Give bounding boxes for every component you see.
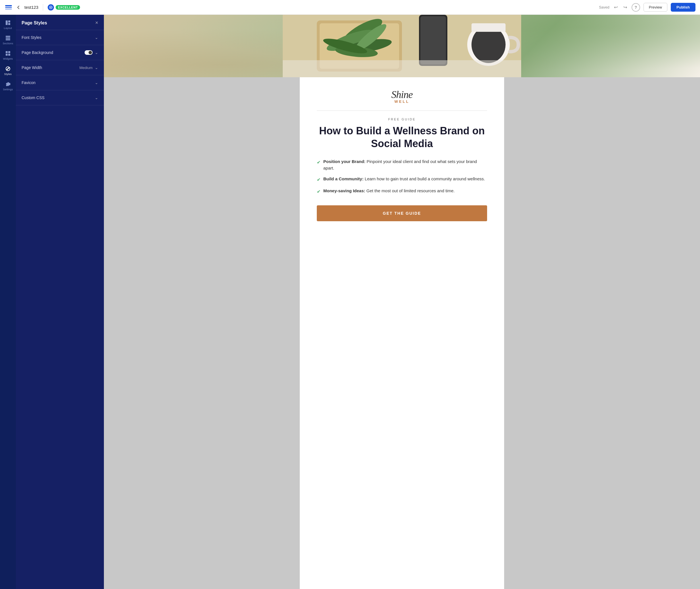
svg-rect-13 <box>6 54 8 56</box>
check-icon-3: ✔ <box>317 188 321 195</box>
favicon-right: ⌄ <box>95 80 98 85</box>
sidebar-item-settings[interactable]: Settings <box>0 78 16 94</box>
side-panel: Page Styles × Font Styles ⌄ Page Backgro… <box>16 15 104 589</box>
checklist-item-1-text: Position your Brand: Pinpoint your ideal… <box>323 159 487 171</box>
page-background-right: ⌄ <box>85 50 98 55</box>
checklist-item-2: ✔ Build a Community: Learn how to gain t… <box>317 176 487 183</box>
page-width-label: Page Width <box>22 65 42 70</box>
publish-button[interactable]: Publish <box>671 3 695 12</box>
svg-rect-29 <box>283 60 521 77</box>
font-styles-row[interactable]: Font Styles ⌄ <box>16 30 104 45</box>
undo-button[interactable]: ↩ <box>613 3 619 11</box>
page-width-value: Medium <box>79 65 92 70</box>
check-icon-1: ✔ <box>317 159 321 166</box>
checklist-item-2-text: Build a Community: Learn how to gain tru… <box>323 176 485 182</box>
favicon-label: Favicon <box>22 80 35 85</box>
page-width-row[interactable]: Page Width Medium ⌄ <box>16 60 104 75</box>
favicon-row[interactable]: Favicon ⌄ <box>16 75 104 90</box>
checklist-item-1: ✔ Position your Brand: Pinpoint your ide… <box>317 159 487 171</box>
saved-status: Saved <box>599 5 610 9</box>
custom-css-label: Custom CSS <box>22 95 45 100</box>
canvas-area: Shine WELL FREE GUIDE How to Build a Wel… <box>104 15 700 589</box>
font-styles-section: Font Styles ⌄ <box>16 30 104 45</box>
side-panel-header: Page Styles × <box>16 15 104 30</box>
redo-button[interactable]: ↪ <box>622 3 628 11</box>
page-width-chevron-icon: ⌄ <box>95 65 98 70</box>
score-badge-container: EXCELLENT <box>48 4 80 10</box>
side-panel-title: Page Styles <box>22 20 47 26</box>
hero-illustration <box>104 15 700 77</box>
custom-css-row[interactable]: Custom CSS ⌄ <box>16 90 104 105</box>
custom-css-chevron-icon: ⌄ <box>95 95 98 100</box>
page-title: test123 <box>24 5 38 10</box>
page-background-row[interactable]: Page Background ⌄ <box>16 45 104 60</box>
svg-rect-1 <box>5 7 12 8</box>
app-logo <box>5 3 12 11</box>
check-icon-2: ✔ <box>317 176 321 183</box>
page-background-label: Page Background <box>22 50 53 55</box>
side-panel-close-button[interactable]: × <box>95 20 98 26</box>
back-button[interactable] <box>16 5 21 10</box>
help-button[interactable]: ? <box>632 3 640 12</box>
svg-rect-5 <box>6 20 8 25</box>
preview-button[interactable]: Preview <box>644 3 667 12</box>
page-width-section: Page Width Medium ⌄ <box>16 60 104 75</box>
brand-logo-area: Shine WELL <box>317 88 487 104</box>
page-background-chevron-icon: ⌄ <box>95 50 98 55</box>
favicon-section: Favicon ⌄ <box>16 75 104 90</box>
brand-name-sub: WELL <box>317 100 487 104</box>
custom-css-right: ⌄ <box>95 95 98 100</box>
checklist-item-3: ✔ Money-saving Ideas: Get the most out o… <box>317 188 487 195</box>
svg-rect-10 <box>6 39 10 40</box>
font-styles-right: ⌄ <box>95 35 98 40</box>
topbar-divider <box>43 4 43 11</box>
page-width-right: Medium ⌄ <box>79 65 98 70</box>
page-background-section: Page Background ⌄ <box>16 45 104 60</box>
page-background-toggle[interactable] <box>85 50 92 55</box>
score-label: EXCELLENT <box>56 5 80 10</box>
svg-rect-7 <box>8 23 10 25</box>
topbar: test123 EXCELLENT Saved ↩ ↪ ? Preview Pu… <box>0 0 700 15</box>
svg-rect-26 <box>471 23 505 32</box>
main-layout: Layout Sections Widgets Styles Settings … <box>0 15 700 589</box>
svg-rect-6 <box>8 20 10 22</box>
sidebar-item-styles[interactable]: Styles <box>0 63 16 78</box>
sidebar-item-sections[interactable]: Sections <box>0 32 16 48</box>
favicon-chevron-icon: ⌄ <box>95 80 98 85</box>
divider-line <box>317 111 487 111</box>
svg-rect-12 <box>8 51 10 53</box>
cta-button[interactable]: GET THE GUIDE <box>317 205 487 221</box>
svg-rect-2 <box>5 9 12 10</box>
svg-rect-11 <box>6 51 8 53</box>
guide-title: How to Build a Wellness Brand on Social … <box>317 125 487 150</box>
canvas-hero-image <box>104 15 700 77</box>
svg-rect-28 <box>420 16 446 64</box>
brand-name-script: Shine <box>391 89 413 100</box>
checklist: ✔ Position your Brand: Pinpoint your ide… <box>317 159 487 195</box>
font-styles-chevron-icon: ⌄ <box>95 35 98 40</box>
score-icon <box>48 4 54 10</box>
svg-rect-14 <box>8 54 10 56</box>
sidebar-item-layout[interactable]: Layout <box>0 17 16 32</box>
page-card: Shine WELL FREE GUIDE How to Build a Wel… <box>300 77 504 589</box>
font-styles-label: Font Styles <box>22 35 41 40</box>
guide-label: FREE GUIDE <box>317 118 487 121</box>
svg-point-4 <box>50 7 51 8</box>
sidebar-item-widgets[interactable]: Widgets <box>0 48 16 63</box>
custom-css-section: Custom CSS ⌄ <box>16 90 104 106</box>
svg-rect-9 <box>6 37 10 39</box>
icon-nav: Layout Sections Widgets Styles Settings <box>0 15 16 589</box>
svg-rect-0 <box>5 5 12 6</box>
svg-rect-8 <box>6 36 10 37</box>
checklist-item-3-text: Money-saving Ideas: Get the most out of … <box>323 188 455 194</box>
